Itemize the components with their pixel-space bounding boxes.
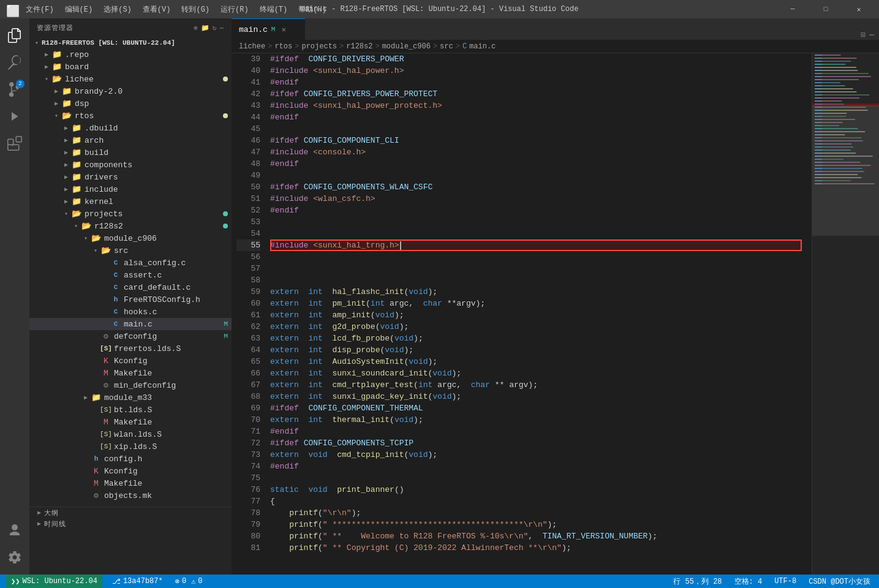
- tree-item-main[interactable]: C main.c M: [29, 318, 232, 330]
- tree-item-outline[interactable]: ▶ 大纲: [29, 507, 232, 518]
- new-folder-icon[interactable]: 📁: [201, 24, 210, 32]
- menu-run[interactable]: 运行(R): [216, 3, 254, 16]
- tab-main-c[interactable]: main.c M ✕: [232, 18, 305, 40]
- tree-item-xip-lds[interactable]: [S] xip.lds.S: [29, 440, 232, 453]
- folder-icon-board: 📁: [51, 61, 62, 72]
- breadcrumb-module-c906[interactable]: module_c906: [382, 42, 431, 51]
- tree-item-bt-lds[interactable]: [S] bt.lds.S: [29, 404, 232, 416]
- tree-label-hooks: hooks.c: [124, 307, 232, 317]
- folder-icon-arch: 📁: [71, 135, 82, 146]
- code-line-52: #endif: [270, 205, 802, 216]
- activity-account[interactable]: [2, 518, 27, 543]
- tree-item-freertos-lds[interactable]: [S] freertos.lds.S: [29, 342, 232, 355]
- tree-item-board[interactable]: ▶ 📁 board: [29, 61, 232, 73]
- code-line-61: extern int amp_init(void);: [270, 309, 802, 321]
- breadcrumb-r128s2[interactable]: r128s2: [346, 42, 372, 51]
- refresh-icon[interactable]: ↻: [213, 24, 217, 32]
- tree-item-objects-mk[interactable]: ⚙ objects.mk: [29, 489, 232, 502]
- menu-goto[interactable]: 转到(G): [176, 3, 214, 16]
- breadcrumb-main-c[interactable]: main.c: [469, 42, 496, 51]
- tree-item-build[interactable]: ▶ 📁 build: [29, 146, 232, 159]
- tree-item-dsp[interactable]: ▶ 📁 dsp: [29, 97, 232, 110]
- tree-item-repo[interactable]: ▶ 📁 .repo: [29, 48, 232, 61]
- tree-item-rtos[interactable]: ▾ 📂 rtos: [29, 110, 232, 122]
- activity-search[interactable]: [2, 50, 27, 75]
- collapse-icon[interactable]: ⋯: [219, 24, 224, 32]
- tree-item-module-c906[interactable]: ▾ 📂 module_c906: [29, 232, 232, 244]
- position-item[interactable]: 行 55，列 28: [671, 576, 724, 587]
- code-line-68: extern int sunxi_gpadc_key_init(void);: [270, 391, 802, 402]
- menu-select[interactable]: 选择(S): [99, 3, 137, 16]
- maximize-button[interactable]: □: [812, 0, 840, 18]
- tree-item-freertosconfig[interactable]: h FreeRTOSConfig.h: [29, 293, 232, 306]
- tree-item-hooks[interactable]: C hooks.c: [29, 306, 232, 318]
- wsl-indicator[interactable]: ❯❯ WSL: Ubuntu-22.04: [6, 575, 102, 588]
- tree-label-kconfig: Kconfig: [114, 356, 232, 366]
- tree-item-components[interactable]: ▶ 📁 components: [29, 159, 232, 171]
- tree-item-projects[interactable]: ▾ 📂 projects: [29, 208, 232, 220]
- errors-item[interactable]: ⊗ 0 ⚠ 0: [173, 577, 205, 586]
- breadcrumb-src[interactable]: src: [440, 42, 453, 51]
- tree-item-kernel[interactable]: ▶ 📁 kernel: [29, 195, 232, 208]
- tree-item-min-defconfig[interactable]: ⚙ min_defconfig: [29, 379, 232, 391]
- tree-item-lichee[interactable]: ▾ 📂 lichee: [29, 73, 232, 85]
- menu-file[interactable]: 文件(F): [21, 3, 59, 16]
- minimap-slider[interactable]: [812, 105, 879, 236]
- new-file-icon[interactable]: ⊕: [194, 24, 198, 32]
- tree-item-src[interactable]: ▾ 📂 src: [29, 244, 232, 257]
- tree-item-include[interactable]: ▶ 📁 include: [29, 183, 232, 195]
- breadcrumb-rtos[interactable]: rtos: [274, 42, 292, 51]
- tree-item-wlan-lds[interactable]: [S] wlan.lds.S: [29, 428, 232, 440]
- editor-actions[interactable]: ⊡ ⋯: [856, 30, 879, 40]
- tree-item-makefile-m33[interactable]: M Makefile: [29, 416, 232, 428]
- tree-item-dbuild[interactable]: ▶ 📁 .dbuild: [29, 122, 232, 134]
- window-controls[interactable]: ─ □ ✕: [779, 0, 873, 18]
- encoding-item[interactable]: UTF-8: [772, 577, 799, 586]
- activity-bottom: [2, 518, 27, 575]
- minimize-button[interactable]: ─: [779, 0, 807, 18]
- code-line-73: extern void cmd_tcpip_init(void);: [270, 449, 802, 461]
- tree-item-module-m33[interactable]: ▶ 📁 module_m33: [29, 391, 232, 404]
- activity-run[interactable]: [2, 104, 27, 129]
- code-content[interactable]: #ifdef CONFIG_DRIVERS_POWER #include <su…: [265, 53, 812, 575]
- tree-item-arch[interactable]: ▶ 📁 arch: [29, 134, 232, 146]
- breadcrumb-projects[interactable]: projects: [301, 42, 337, 51]
- tree-arrow-module-m33: ▶: [81, 393, 91, 402]
- tree-item-alsa-config[interactable]: C alsa_config.c: [29, 257, 232, 269]
- file-icon-kconfig-r128s2: K: [91, 466, 102, 477]
- menu-terminal[interactable]: 终端(T): [255, 3, 293, 16]
- close-button[interactable]: ✕: [845, 0, 873, 18]
- code-line-57: [270, 263, 802, 274]
- activity-source-control[interactable]: 2: [2, 77, 27, 102]
- file-icon-makefile: M: [100, 368, 111, 379]
- sidebar-header: 资源管理器 ⊕ 📁 ↻ ⋯: [29, 18, 232, 37]
- tree-item-makefile[interactable]: M Makefile: [29, 367, 232, 379]
- folder-icon-include: 📁: [71, 184, 82, 195]
- git-branch-item[interactable]: ⎇ 13a47b87*: [110, 577, 165, 586]
- tree-item-defconfig[interactable]: ⚙ defconfig M: [29, 330, 232, 342]
- tree-root[interactable]: ▾ R128-FREERTOS [WSL: UBUNTU-22.04]: [29, 37, 232, 48]
- spaces-item[interactable]: 空格: 4: [732, 576, 765, 587]
- more-actions-icon[interactable]: ⋯: [869, 30, 874, 40]
- activity-settings[interactable]: [2, 545, 27, 570]
- split-editor-icon[interactable]: ⊡: [861, 30, 866, 40]
- activity-explorer[interactable]: [2, 23, 27, 48]
- menu-bar[interactable]: 文件(F) 编辑(E) 选择(S) 查看(V) 转到(G) 运行(R) 终端(T…: [21, 3, 331, 16]
- tree-item-card-default[interactable]: C card_default.c: [29, 281, 232, 293]
- tree-item-kconfig[interactable]: K Kconfig: [29, 355, 232, 367]
- tree-item-brandy[interactable]: ▶ 📁 brandy-2.0: [29, 85, 232, 97]
- tree-item-kconfig-r128s2[interactable]: K Kconfig: [29, 465, 232, 477]
- breadcrumb-lichee[interactable]: lichee: [239, 42, 265, 51]
- tab-close-main-c[interactable]: ✕: [279, 24, 289, 34]
- tree-item-makefile-r128s2[interactable]: M Makefile: [29, 477, 232, 489]
- code-editor[interactable]: 3940414243 4445464748 4950515253 5455565…: [232, 53, 879, 575]
- activity-extensions[interactable]: [2, 131, 27, 156]
- tree-item-drivers[interactable]: ▶ 📁 drivers: [29, 171, 232, 183]
- tree-item-timeline[interactable]: ▶ 时间线: [29, 518, 232, 529]
- sidebar-header-icons[interactable]: ⊕ 📁 ↻ ⋯: [194, 24, 224, 32]
- tree-item-r128s2[interactable]: ▾ 📂 r128s2: [29, 220, 232, 232]
- tree-item-config-h[interactable]: h config.h: [29, 453, 232, 465]
- menu-edit[interactable]: 编辑(E): [60, 3, 98, 16]
- menu-view[interactable]: 查看(V): [138, 3, 176, 16]
- tree-item-assert[interactable]: C assert.c: [29, 269, 232, 281]
